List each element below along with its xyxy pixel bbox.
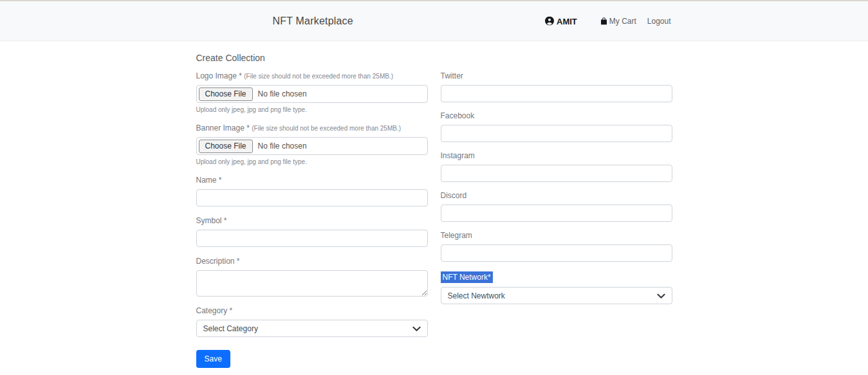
description-label: Description *: [196, 257, 428, 266]
create-collection-page: Create Collection Logo Image * (File siz…: [196, 41, 672, 368]
description-field: Description *: [196, 257, 428, 297]
symbol-field: Symbol *: [196, 216, 428, 247]
discord-field: Discord: [441, 191, 672, 222]
facebook-input[interactable]: [441, 125, 672, 142]
header-inner: NFT Marketplace AMIT My Ca: [196, 1, 672, 41]
my-cart-label: My Cart: [609, 17, 636, 26]
discord-input[interactable]: [441, 205, 672, 222]
description-textarea[interactable]: [196, 270, 428, 297]
logo-image-size-note: (File size should not be exceeded more t…: [244, 73, 393, 80]
instagram-input[interactable]: [441, 165, 672, 182]
instagram-field: Instagram: [441, 151, 672, 182]
telegram-label: Telegram: [441, 231, 672, 240]
user-menu[interactable]: AMIT: [545, 16, 577, 26]
left-column: Logo Image * (File size should not be ex…: [196, 71, 428, 368]
save-button[interactable]: Save: [196, 350, 230, 368]
banner-choose-file-button[interactable]: Choose File: [199, 140, 253, 153]
page-title: Create Collection: [196, 53, 672, 63]
nft-network-selected-value: Select Newtwork: [448, 291, 505, 300]
form-columns: Logo Image * (File size should not be ex…: [196, 71, 672, 368]
twitter-label: Twitter: [441, 71, 672, 80]
symbol-label: Symbol *: [196, 216, 428, 225]
category-select[interactable]: Select Category: [196, 320, 428, 337]
twitter-input[interactable]: [441, 85, 672, 102]
name-field: Name *: [196, 176, 428, 206]
name-input[interactable]: [196, 189, 428, 206]
nft-network-field: NFT Network* Select Newtwork: [441, 271, 672, 304]
symbol-input[interactable]: [196, 230, 428, 247]
category-label: Category *: [196, 306, 428, 315]
banner-image-field: Banner Image * (File size should not be …: [196, 123, 428, 165]
facebook-label: Facebook: [441, 111, 672, 120]
header-nav: AMIT My Cart Logout: [545, 16, 670, 26]
logo-image-label-text: Logo Image *: [196, 71, 242, 80]
banner-file-helper: Upload only jpeg, jpg and png file type.: [196, 158, 428, 165]
instagram-label: Instagram: [441, 151, 672, 160]
nft-network-select[interactable]: Select Newtwork: [441, 287, 672, 304]
logout-link[interactable]: Logout: [647, 17, 671, 26]
person-circle-icon: [545, 17, 554, 26]
logo-image-label: Logo Image * (File size should not be ex…: [196, 71, 428, 80]
brand-title: NFT Marketplace: [273, 15, 353, 27]
chevron-down-icon: [412, 323, 421, 334]
chevron-down-icon: [657, 290, 665, 302]
shopping-bag-icon: [600, 17, 608, 25]
telegram-field: Telegram: [441, 231, 672, 262]
banner-image-label-text: Banner Image *: [196, 123, 250, 133]
my-cart-link[interactable]: My Cart: [600, 17, 636, 26]
category-selected-value: Select Category: [203, 324, 258, 333]
logo-image-field: Logo Image * (File size should not be ex…: [196, 71, 428, 113]
category-field: Category * Select Category: [196, 306, 428, 337]
logo-choose-file-button[interactable]: Choose File: [199, 87, 253, 101]
banner-file-input[interactable]: Choose File No file chosen: [196, 137, 428, 155]
banner-file-status: No file chosen: [258, 142, 307, 151]
discord-label: Discord: [441, 191, 672, 200]
user-name: AMIT: [557, 16, 577, 26]
name-label: Name *: [196, 176, 428, 185]
logo-file-status: No file chosen: [258, 89, 307, 98]
nft-network-label: NFT Network*: [441, 271, 493, 283]
facebook-field: Facebook: [441, 111, 672, 142]
banner-image-label: Banner Image * (File size should not be …: [196, 123, 428, 133]
logo-file-input[interactable]: Choose File No file chosen: [196, 85, 428, 103]
logo-file-helper: Upload only jpeg, jpg and png file type.: [196, 106, 428, 113]
banner-image-size-note: (File size should not be exceeded more t…: [252, 125, 401, 132]
header: NFT Marketplace AMIT My Ca: [0, 0, 868, 41]
telegram-input[interactable]: [441, 244, 672, 262]
right-column: Twitter Facebook Instagram Discord Teleg…: [441, 71, 672, 368]
twitter-field: Twitter: [441, 71, 672, 102]
